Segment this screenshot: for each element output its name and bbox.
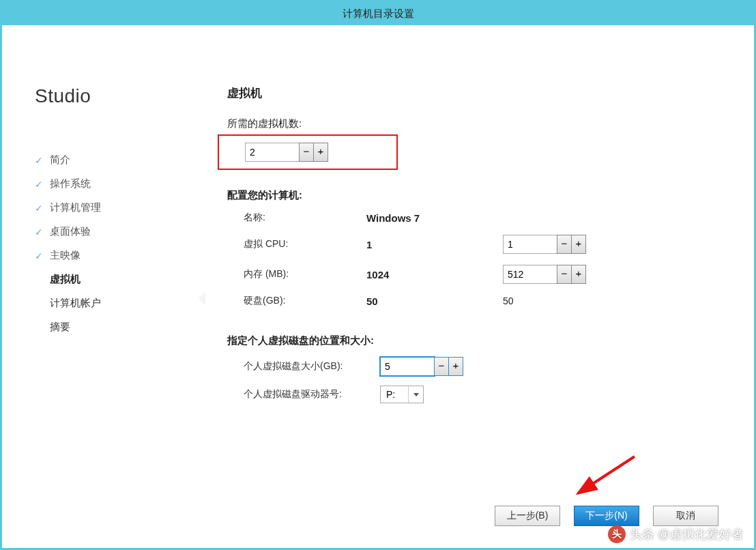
cpu-stepper[interactable]: − + bbox=[503, 235, 586, 254]
row-cpu: 虚拟 CPU: 1 − + bbox=[244, 235, 727, 254]
wizard-sidebar: Studio ✓ 简介 ✓ 操作系统 ✓ 计算机管理 ✓ 桌面体验 ✓ 主映像 bbox=[35, 85, 192, 339]
back-button[interactable]: 上一步(B) bbox=[495, 506, 560, 526]
config-title: 配置您的计算机: bbox=[227, 189, 727, 202]
nav-label: 摘要 bbox=[50, 321, 70, 334]
check-icon: ✓ bbox=[35, 155, 44, 166]
nav-item-vm[interactable]: ✓ 虚拟机 bbox=[35, 267, 192, 291]
increment-button[interactable]: + bbox=[448, 357, 463, 376]
step-pointer-icon bbox=[199, 291, 205, 305]
row-pdisk-drive: 个人虚拟磁盘驱动器号: P: bbox=[244, 386, 727, 403]
decrement-button[interactable]: − bbox=[434, 357, 449, 376]
increment-button[interactable]: + bbox=[571, 235, 586, 254]
personal-disk-section: 指定个人虚拟磁盘的位置和大小: 个人虚拟磁盘大小(GB): − + 个人虚拟磁盘… bbox=[227, 334, 727, 403]
row-pdisk-size: 个人虚拟磁盘大小(GB): − + bbox=[244, 357, 727, 376]
nav-item-accounts[interactable]: ✓ 计算机帐户 bbox=[35, 291, 192, 315]
nav-item-management[interactable]: ✓ 计算机管理 bbox=[35, 196, 192, 220]
row-label: 个人虚拟磁盘大小(GB): bbox=[244, 360, 380, 373]
nav-label: 操作系统 bbox=[50, 177, 91, 190]
check-icon: ✓ bbox=[35, 250, 44, 261]
row-disk: 硬盘(GB): 50 50 bbox=[244, 295, 727, 307]
nav-item-desktop[interactable]: ✓ 桌面体验 bbox=[35, 220, 192, 244]
nav-item-master-image[interactable]: ✓ 主映像 bbox=[35, 244, 192, 267]
row-memory: 内存 (MB): 1024 − + bbox=[244, 265, 727, 284]
row-value-secondary: 50 bbox=[503, 295, 544, 306]
client-area: Studio ✓ 简介 ✓ 操作系统 ✓ 计算机管理 ✓ 桌面体验 ✓ 主映像 bbox=[2, 25, 754, 548]
brand-label: Studio bbox=[35, 85, 192, 107]
row-label: 虚拟 CPU: bbox=[244, 238, 366, 250]
drive-letter-dropdown[interactable]: P: bbox=[380, 386, 424, 403]
personal-disk-title: 指定个人虚拟磁盘的位置和大小: bbox=[227, 334, 727, 347]
pdisk-size-stepper[interactable]: − + bbox=[380, 357, 463, 376]
row-value: 1024 bbox=[366, 269, 503, 280]
vm-count-input[interactable] bbox=[245, 143, 300, 162]
nav-item-intro[interactable]: ✓ 简介 bbox=[35, 148, 192, 172]
window-title: 计算机目录设置 bbox=[2, 2, 754, 25]
nav-label: 计算机帐户 bbox=[50, 297, 101, 310]
row-label: 名称: bbox=[244, 212, 366, 224]
decrement-button[interactable]: − bbox=[299, 143, 314, 162]
cancel-button[interactable]: 取消 bbox=[653, 506, 718, 526]
increment-button[interactable]: + bbox=[571, 265, 586, 284]
dialog-window: 计算机目录设置 Studio ✓ 简介 ✓ 操作系统 ✓ 计算机管理 ✓ 桌面体… bbox=[0, 0, 756, 550]
memory-stepper[interactable]: − + bbox=[503, 265, 586, 284]
nav-label: 简介 bbox=[50, 154, 70, 167]
wizard-buttons: 上一步(B) 下一步(N) 取消 bbox=[495, 506, 718, 526]
row-label: 个人虚拟磁盘驱动器号: bbox=[244, 388, 380, 401]
memory-input[interactable] bbox=[503, 265, 557, 284]
chevron-down-icon bbox=[408, 386, 423, 403]
nav-item-os[interactable]: ✓ 操作系统 bbox=[35, 172, 192, 196]
dropdown-value: P: bbox=[381, 389, 408, 400]
vm-count-stepper[interactable]: − + bbox=[245, 143, 328, 162]
nav-label: 主映像 bbox=[50, 249, 81, 262]
row-label: 硬盘(GB): bbox=[244, 295, 366, 307]
check-icon: ✓ bbox=[35, 227, 44, 237]
row-name: 名称: Windows 7 bbox=[244, 212, 727, 224]
cpu-input[interactable] bbox=[503, 235, 557, 254]
increment-button[interactable]: + bbox=[313, 143, 328, 162]
nav-item-summary[interactable]: ✓ 摘要 bbox=[35, 315, 192, 339]
row-value: Windows 7 bbox=[366, 212, 503, 224]
check-icon: ✓ bbox=[35, 203, 44, 214]
decrement-button[interactable]: − bbox=[557, 265, 572, 284]
row-value: 50 bbox=[366, 295, 503, 307]
vm-count-label: 所需的虚拟机数: bbox=[227, 117, 727, 130]
next-button[interactable]: 下一步(N) bbox=[574, 506, 639, 526]
row-value: 1 bbox=[366, 239, 503, 250]
nav-label: 虚拟机 bbox=[50, 273, 81, 286]
nav-label: 桌面体验 bbox=[50, 225, 91, 238]
pdisk-size-input[interactable] bbox=[380, 357, 435, 376]
page-heading: 虚拟机 bbox=[227, 85, 727, 101]
highlight-annotation: − + bbox=[218, 134, 398, 170]
row-label: 内存 (MB): bbox=[244, 268, 366, 280]
main-panel: 虚拟机 所需的虚拟机数: − + 配置您的计算机: 名称: Windows 7 … bbox=[227, 85, 727, 500]
decrement-button[interactable]: − bbox=[557, 235, 572, 254]
check-icon: ✓ bbox=[35, 179, 44, 190]
nav-label: 计算机管理 bbox=[50, 201, 101, 214]
